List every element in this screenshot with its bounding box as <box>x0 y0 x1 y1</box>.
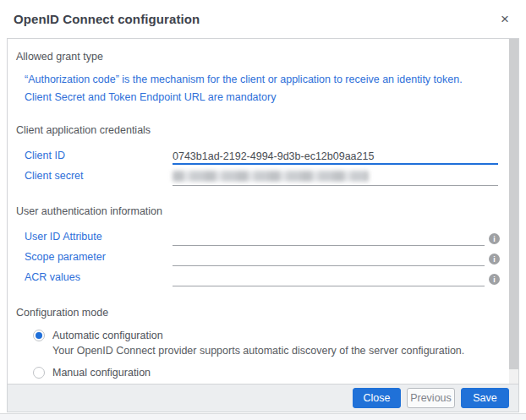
radio-manual-configuration[interactable] <box>33 367 45 379</box>
close-button[interactable]: Close <box>353 388 401 408</box>
grant-info-line-1: “Authorization code” is the mechanism fo… <box>25 74 498 85</box>
dialog-body-frame: Allowed grant type “Authorization code” … <box>7 38 519 412</box>
acr-values-label: ACR values <box>25 269 173 283</box>
section-allowed-grant-type: Allowed grant type <box>16 51 498 63</box>
client-secret-label: Client secret <box>25 167 173 182</box>
scrollbar-thumb[interactable] <box>509 39 518 369</box>
save-button[interactable]: Save <box>461 388 509 408</box>
info-icon[interactable]: i <box>489 274 500 285</box>
previous-button[interactable]: Previous <box>407 388 455 408</box>
section-client-credentials: Client application credentials <box>16 124 498 136</box>
scope-parameter-input[interactable] <box>173 248 485 266</box>
acr-values-row: ACR values i <box>25 269 498 288</box>
client-id-label: Client ID <box>25 147 173 161</box>
dialog-title: OpenID Connect configuration <box>14 12 200 26</box>
dialog-content: Allowed grant type “Authorization code” … <box>8 39 518 384</box>
client-secret-row: Client secret <box>25 167 498 187</box>
section-user-auth: User authentication information <box>16 205 498 217</box>
section-configuration-mode: Configuration mode <box>16 307 498 319</box>
info-icon[interactable]: i <box>489 254 500 265</box>
client-secret-masked-value[interactable] <box>173 171 369 182</box>
user-id-attribute-input[interactable] <box>173 228 485 246</box>
automatic-configuration-label[interactable]: Automatic configuration <box>52 330 163 341</box>
manual-configuration-description: All required parameters must be entered … <box>52 382 498 384</box>
automatic-configuration-option: Automatic configuration <box>33 330 498 341</box>
openid-connect-dialog: OpenID Connect configuration × Allowed g… <box>0 0 526 414</box>
acr-values-input[interactable] <box>173 269 485 286</box>
scope-parameter-label: Scope parameter <box>25 248 173 263</box>
vertical-scrollbar[interactable] <box>509 39 518 384</box>
client-id-input[interactable] <box>173 147 498 165</box>
automatic-configuration-description: Your OpenID Connect provider supports au… <box>52 345 498 357</box>
client-id-row: Client ID <box>25 147 498 166</box>
info-icon[interactable]: i <box>489 233 500 244</box>
user-id-attribute-label: User ID Attribute <box>25 228 173 243</box>
manual-configuration-label[interactable]: Manual configuration <box>52 367 151 379</box>
radio-automatic-configuration[interactable] <box>33 330 45 341</box>
user-id-attribute-row: User ID Attribute i <box>25 228 498 248</box>
dialog-titlebar: OpenID Connect configuration × <box>0 0 526 38</box>
manual-configuration-option: Manual configuration <box>33 367 498 379</box>
dialog-footer: Close Previous Save <box>8 384 518 412</box>
close-icon[interactable]: × <box>497 10 512 28</box>
scope-parameter-row: Scope parameter i <box>25 248 498 268</box>
grant-info-line-2: Client Secret and Token Endpoint URL are… <box>25 91 498 103</box>
